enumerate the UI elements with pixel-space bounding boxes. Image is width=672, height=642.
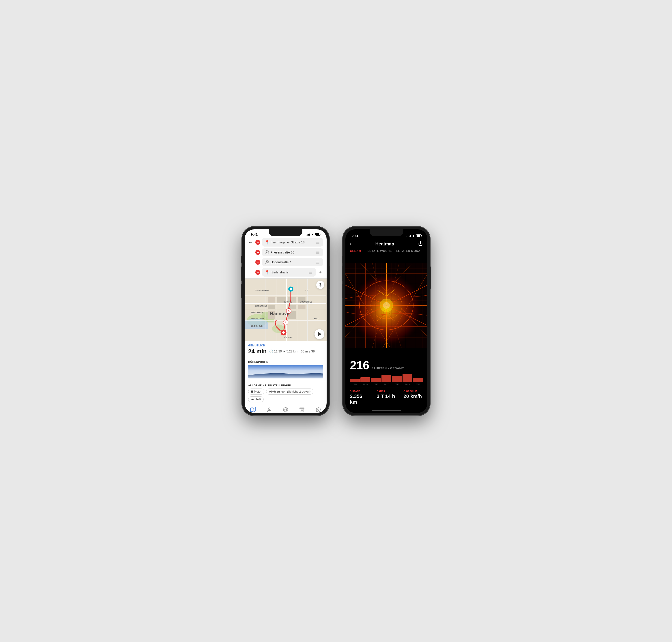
svg-text:LINDEN-NORD: LINDEN-NORD bbox=[251, 311, 264, 313]
route-input-1[interactable]: A Friesenstraße 30 bbox=[262, 248, 323, 256]
down-arrow: ↓ bbox=[309, 349, 310, 353]
drag-handle-1[interactable] bbox=[315, 250, 320, 255]
nav-icon: ➤ bbox=[283, 349, 286, 353]
map-area[interactable]: A B Hannove NORDSTADT OSTSTAD ZOOVIERTEL bbox=[245, 279, 327, 341]
bar3 bbox=[308, 234, 309, 235]
bar-2016 bbox=[371, 378, 381, 382]
tab-letzte-woche[interactable]: LETZTE WOCHE bbox=[368, 249, 392, 253]
big-number: 216 FAHRTEN - GESAMT bbox=[350, 359, 423, 371]
route-row-dest: 📍 Seilerstraße + bbox=[248, 268, 323, 277]
rbar3 bbox=[409, 235, 409, 237]
metric-label-distanz: DISTANZ bbox=[350, 390, 369, 393]
route-input-2[interactable]: B Ubbenstraße 4 bbox=[262, 258, 323, 266]
drag-handle-2[interactable] bbox=[315, 260, 320, 265]
bar-2020 bbox=[413, 378, 423, 382]
market-nav-icon bbox=[299, 407, 305, 412]
label-2018: 2018 bbox=[392, 383, 402, 385]
label-2020: 2020 bbox=[413, 383, 423, 385]
heatmap-map[interactable] bbox=[345, 255, 427, 356]
remove-btn-3[interactable] bbox=[255, 270, 260, 275]
settings-nav-icon bbox=[316, 407, 321, 412]
battery-left bbox=[315, 233, 320, 235]
settings-label: ALLGEMEINE EINSTELLUNGEN bbox=[248, 384, 323, 387]
settings-section: ALLGEMEINE EINSTELLUNGEN E-Motor Abkürzu… bbox=[245, 381, 327, 405]
bar-2017 bbox=[381, 375, 391, 382]
bar-labels: 2014 2015 2016 2017 2018 2019 2020 bbox=[350, 383, 423, 385]
bar-2019 bbox=[403, 374, 413, 382]
back-button-right[interactable]: ‹ bbox=[350, 241, 352, 247]
route-clock: 11:39 bbox=[274, 349, 282, 353]
svg-text:LINDEN-MITTE: LINDEN-MITTE bbox=[251, 318, 264, 320]
tab-letzter-monat[interactable]: LETZTER MONAT bbox=[396, 249, 422, 253]
status-icons-right: ▲ bbox=[407, 234, 421, 237]
share-button[interactable] bbox=[418, 241, 423, 247]
heatmap-tabs: GESAMT LETZTE WOCHE LETZTER MONAT bbox=[345, 247, 427, 255]
svg-rect-13 bbox=[268, 297, 275, 303]
location-button[interactable] bbox=[316, 281, 324, 289]
svg-point-53 bbox=[318, 409, 319, 410]
tag-asphalt[interactable]: Asphalt bbox=[248, 396, 264, 402]
metric-label-dauer: DAUER bbox=[377, 390, 396, 393]
play-button[interactable] bbox=[315, 329, 324, 339]
play-icon bbox=[318, 332, 321, 336]
map-nav-icon bbox=[250, 407, 256, 412]
route-distance: 5.22 km bbox=[286, 349, 297, 353]
dark-content: 9:41 ▲ bbox=[345, 229, 427, 413]
right-screen: 9:41 ▲ bbox=[345, 229, 427, 413]
svg-text:Hannove: Hannove bbox=[270, 311, 289, 316]
route-text-2: Ubbenstraße 4 bbox=[270, 260, 291, 264]
route-type: GEMÜTLICH bbox=[248, 344, 323, 347]
route-detail: 🕐 11:39 ➤ 5.22 km ↑ 36 m ↓ 38 m bbox=[269, 349, 318, 353]
tab-gesamt[interactable]: GESAMT bbox=[350, 249, 363, 253]
nav-einstellungen[interactable]: Einstellungen bbox=[310, 407, 327, 413]
svg-point-47 bbox=[268, 408, 270, 410]
remove-btn-2[interactable] bbox=[255, 260, 260, 265]
time-right: 9:41 bbox=[352, 234, 358, 237]
metric-value-distanz: 2.356 km bbox=[350, 394, 369, 405]
route-row-b: B Ubbenstraße 4 bbox=[248, 258, 323, 266]
height-wave-svg bbox=[248, 365, 323, 378]
map-svg: A B Hannove NORDSTADT OSTSTAD ZOOVIERTEL bbox=[245, 279, 327, 341]
right-phone: 9:41 ▲ bbox=[343, 227, 430, 415]
height-section: HÖHENPROFIL bbox=[245, 358, 327, 381]
user-nav-icon bbox=[267, 407, 272, 412]
route-input-3[interactable]: 📍 Seilerstraße bbox=[262, 268, 316, 277]
add-waypoint-button[interactable]: + bbox=[318, 269, 323, 275]
svg-text:SÜDSTADT: SÜDSTADT bbox=[283, 336, 294, 338]
bar-2018 bbox=[392, 376, 402, 382]
route-down: 38 m bbox=[311, 349, 318, 353]
bar-chart: 2014 2015 2016 2017 2018 2019 2020 bbox=[350, 373, 423, 385]
drag-handle-3[interactable] bbox=[308, 270, 313, 274]
bar1 bbox=[306, 235, 306, 235]
heatmap-header: ‹ Heatmap bbox=[345, 239, 427, 247]
battery-fill-right bbox=[417, 235, 420, 237]
nav-plaza[interactable]: Plaza bbox=[277, 407, 294, 413]
notch-right bbox=[370, 229, 403, 236]
nav-ich[interactable]: Ich bbox=[261, 407, 277, 413]
svg-text:LIST: LIST bbox=[306, 289, 310, 292]
nav-markt[interactable]: Markt bbox=[294, 407, 310, 413]
bar2 bbox=[307, 234, 307, 235]
svg-text:B: B bbox=[285, 321, 286, 324]
share-icon bbox=[418, 241, 423, 246]
up-arrow: ↑ bbox=[299, 349, 300, 353]
drag-handle-0[interactable] bbox=[315, 240, 320, 245]
metric-label-geschw: Ø GESCHW. bbox=[403, 390, 423, 393]
svg-point-30 bbox=[282, 331, 285, 334]
height-label: HÖHENPROFIL bbox=[248, 360, 323, 363]
svg-marker-44 bbox=[251, 408, 255, 412]
rbar1 bbox=[407, 236, 407, 237]
route-info: GEMÜTLICH 24 min 🕐 11:39 ➤ 5.22 km ↑ 36 … bbox=[245, 341, 327, 358]
back-button[interactable]: ← bbox=[248, 240, 254, 245]
bar4 bbox=[309, 233, 310, 235]
route-row-a: A Friesenstraße 30 bbox=[248, 248, 323, 256]
remove-btn-1[interactable] bbox=[255, 250, 260, 255]
nav-karte[interactable]: Karte bbox=[245, 407, 261, 413]
rbar4 bbox=[410, 235, 410, 237]
route-stats: 24 min 🕐 11:39 ➤ 5.22 km ↑ 36 m ↓ 38 m bbox=[248, 348, 323, 355]
route-input-0[interactable]: 📍 Isernhagener Straße 18 bbox=[262, 238, 323, 246]
remove-btn-0[interactable] bbox=[255, 240, 260, 245]
bottom-nav: Karte Ich bbox=[245, 405, 327, 413]
tag-emotor[interactable]: E-Motor bbox=[248, 388, 264, 395]
tag-abk[interactable]: Abkürzungen (Schiebestrecken) bbox=[266, 388, 313, 395]
